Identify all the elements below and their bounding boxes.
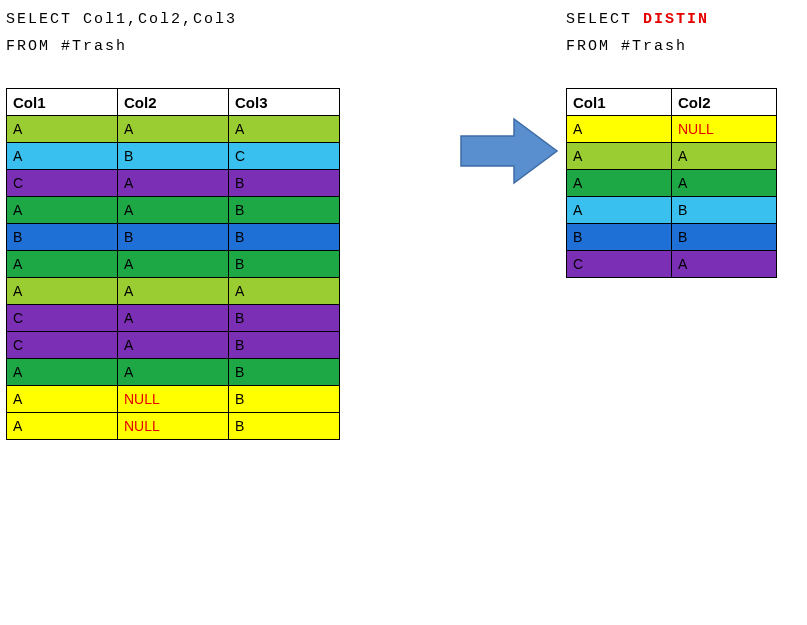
table-cell: B bbox=[229, 386, 340, 413]
table-cell: NULL bbox=[672, 116, 777, 143]
table-cell: A bbox=[118, 170, 229, 197]
table-cell: B bbox=[229, 170, 340, 197]
table-cell: A bbox=[118, 359, 229, 386]
table-cell: B bbox=[118, 224, 229, 251]
table-cell: A bbox=[7, 413, 118, 440]
left-table: Col1 Col2 Col3 AAAABCCABAABBBBAABAAACABC… bbox=[6, 88, 340, 440]
null-value: NULL bbox=[124, 418, 160, 434]
table-cell: A bbox=[7, 143, 118, 170]
table-row: AAB bbox=[7, 251, 340, 278]
table-cell: A bbox=[229, 278, 340, 305]
right-sql-query: SELECT DISTIN FROM #Trash bbox=[566, 6, 807, 60]
table-cell: NULL bbox=[118, 413, 229, 440]
table-cell: A bbox=[7, 116, 118, 143]
table-row: AAB bbox=[7, 359, 340, 386]
table-cell: A bbox=[118, 116, 229, 143]
col-header: Col2 bbox=[672, 89, 777, 116]
sql-text: FROM #Trash bbox=[6, 38, 127, 55]
null-value: NULL bbox=[124, 391, 160, 407]
table-row: ABC bbox=[7, 143, 340, 170]
table-cell: B bbox=[672, 224, 777, 251]
table-cell: C bbox=[7, 305, 118, 332]
right-column: SELECT DISTIN FROM #Trash Col1 Col2 ANUL… bbox=[566, 6, 807, 278]
table-cell: A bbox=[7, 251, 118, 278]
table-cell: A bbox=[7, 197, 118, 224]
table-cell: C bbox=[7, 170, 118, 197]
table-cell: A bbox=[672, 143, 777, 170]
col-header: Col1 bbox=[567, 89, 672, 116]
left-sql-query: SELECT Col1,Col2,Col3 FROM #Trash bbox=[6, 6, 451, 60]
table-cell: B bbox=[229, 305, 340, 332]
table-row: AAA bbox=[7, 116, 340, 143]
table-cell: C bbox=[229, 143, 340, 170]
table-row: CAB bbox=[7, 332, 340, 359]
table-cell: A bbox=[672, 251, 777, 278]
table-row: AB bbox=[567, 197, 777, 224]
table-cell: A bbox=[118, 278, 229, 305]
table-cell: A bbox=[672, 170, 777, 197]
table-row: ANULL bbox=[567, 116, 777, 143]
table-cell: A bbox=[7, 359, 118, 386]
table-row: AAA bbox=[7, 278, 340, 305]
table-row: BB bbox=[567, 224, 777, 251]
sql-text: FROM #Trash bbox=[566, 38, 687, 55]
table-cell: A bbox=[118, 251, 229, 278]
right-table: Col1 Col2 ANULLAAAAABBBCA bbox=[566, 88, 777, 278]
table-cell: A bbox=[7, 278, 118, 305]
arrow-container bbox=[451, 6, 566, 186]
table-cell: A bbox=[229, 116, 340, 143]
table-row: CAB bbox=[7, 170, 340, 197]
table-cell: B bbox=[229, 224, 340, 251]
table-cell: A bbox=[567, 197, 672, 224]
arrow-right-icon bbox=[459, 116, 559, 186]
table-cell: C bbox=[7, 332, 118, 359]
table-cell: B bbox=[7, 224, 118, 251]
table-cell: A bbox=[567, 116, 672, 143]
diagram-layout: SELECT Col1,Col2,Col3 FROM #Trash Col1 C… bbox=[6, 6, 807, 440]
distinct-keyword: DISTIN bbox=[643, 11, 709, 28]
table-row: CA bbox=[567, 251, 777, 278]
table-row: ANULLB bbox=[7, 386, 340, 413]
table-header-row: Col1 Col2 Col3 bbox=[7, 89, 340, 116]
table-cell: C bbox=[567, 251, 672, 278]
table-row: AAB bbox=[7, 197, 340, 224]
table-row: AA bbox=[567, 170, 777, 197]
table-cell: B bbox=[229, 332, 340, 359]
table-cell: B bbox=[229, 251, 340, 278]
col-header: Col2 bbox=[118, 89, 229, 116]
table-cell: B bbox=[229, 359, 340, 386]
col-header: Col1 bbox=[7, 89, 118, 116]
null-value: NULL bbox=[678, 121, 714, 137]
table-cell: B bbox=[229, 197, 340, 224]
table-cell: A bbox=[567, 170, 672, 197]
table-cell: A bbox=[118, 305, 229, 332]
table-row: CAB bbox=[7, 305, 340, 332]
table-row: BBB bbox=[7, 224, 340, 251]
left-column: SELECT Col1,Col2,Col3 FROM #Trash Col1 C… bbox=[6, 6, 451, 440]
table-cell: NULL bbox=[118, 386, 229, 413]
table-cell: B bbox=[567, 224, 672, 251]
table-cell: A bbox=[567, 143, 672, 170]
left-table-body: AAAABCCABAABBBBAABAAACABCABAABANULLBANUL… bbox=[7, 116, 340, 440]
table-header-row: Col1 Col2 bbox=[567, 89, 777, 116]
table-cell: B bbox=[118, 143, 229, 170]
table-row: AA bbox=[567, 143, 777, 170]
col-header: Col3 bbox=[229, 89, 340, 116]
table-row: ANULLB bbox=[7, 413, 340, 440]
right-table-body: ANULLAAAAABBBCA bbox=[567, 116, 777, 278]
table-cell: A bbox=[118, 332, 229, 359]
sql-text: SELECT Col1,Col2,Col3 bbox=[6, 11, 237, 28]
table-cell: B bbox=[229, 413, 340, 440]
table-cell: A bbox=[118, 197, 229, 224]
svg-marker-0 bbox=[461, 119, 557, 183]
table-cell: A bbox=[7, 386, 118, 413]
table-cell: B bbox=[672, 197, 777, 224]
sql-text: SELECT bbox=[566, 11, 643, 28]
